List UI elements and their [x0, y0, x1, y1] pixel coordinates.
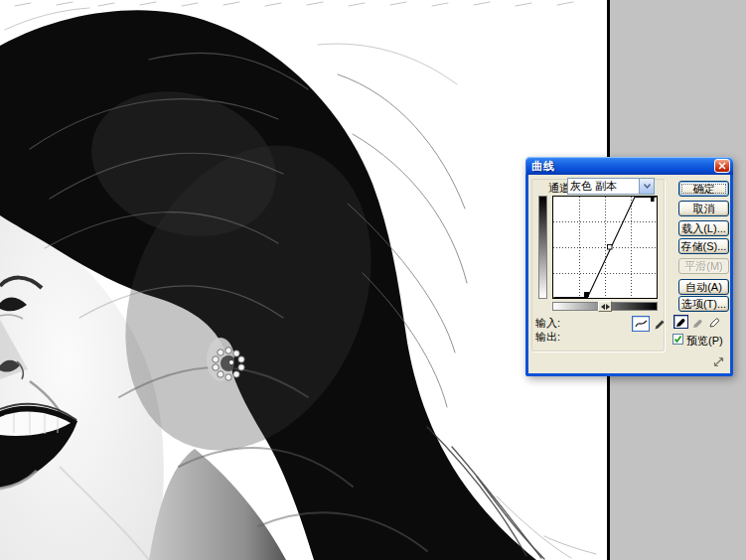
gray-eyedropper-button[interactable]	[690, 316, 705, 330]
portrait-canvas[interactable]	[0, 0, 608, 560]
curve-point-black[interactable]	[584, 292, 589, 297]
preview-label: 预览(P)	[686, 334, 723, 349]
preview-checkbox[interactable]	[672, 334, 683, 345]
white-eyedropper-icon	[709, 316, 720, 328]
input-label: 输入:	[535, 316, 560, 331]
curve-point-white[interactable]	[651, 197, 655, 202]
ok-button[interactable]: 确定	[678, 181, 729, 197]
output-gradient-bar	[538, 196, 547, 299]
curve-tool-icon	[635, 319, 648, 329]
close-button[interactable]	[714, 159, 730, 173]
curves-dialog: 曲线 通道(C): 灰色 副本	[525, 157, 733, 376]
curve-tool-button[interactable]	[632, 316, 650, 332]
resize-arrows-icon	[712, 355, 725, 368]
check-icon	[673, 335, 682, 344]
channel-select[interactable]: 灰色 副本	[567, 178, 655, 195]
black-eyedropper-icon	[675, 316, 686, 328]
options-button[interactable]: 选项(T)...	[678, 296, 729, 312]
save-button[interactable]: 存储(S)...	[678, 238, 729, 254]
dialog-title: 曲线	[525, 159, 555, 174]
curve-grid[interactable]	[552, 196, 658, 299]
load-button[interactable]: 载入(L)...	[678, 220, 729, 236]
channel-value: 灰色 副本	[568, 179, 639, 194]
gradient-flip-widget[interactable]	[598, 301, 612, 312]
output-label: 输出:	[535, 330, 560, 345]
triangle-right-icon	[606, 304, 610, 310]
pencil-icon	[654, 319, 666, 331]
curve-point-mid[interactable]	[608, 245, 613, 250]
gray-eyedropper-icon	[692, 317, 703, 329]
resize-grip[interactable]	[712, 354, 725, 367]
pencil-tool-button[interactable]	[652, 317, 668, 332]
dialog-titlebar[interactable]: 曲线	[525, 157, 733, 175]
chevron-down-icon	[644, 184, 651, 189]
triangle-left-icon	[601, 304, 605, 310]
auto-button[interactable]: 自动(A)	[678, 279, 729, 295]
black-eyedropper-button[interactable]	[673, 315, 688, 329]
close-icon	[718, 162, 726, 170]
dropdown-arrow-button[interactable]	[639, 179, 654, 194]
white-eyedropper-button[interactable]	[707, 315, 722, 329]
smooth-button: 平滑(M)	[678, 258, 729, 274]
cancel-button[interactable]: 取消	[678, 201, 729, 216]
dialog-body: 通道(C): 灰色 副本	[525, 175, 733, 376]
